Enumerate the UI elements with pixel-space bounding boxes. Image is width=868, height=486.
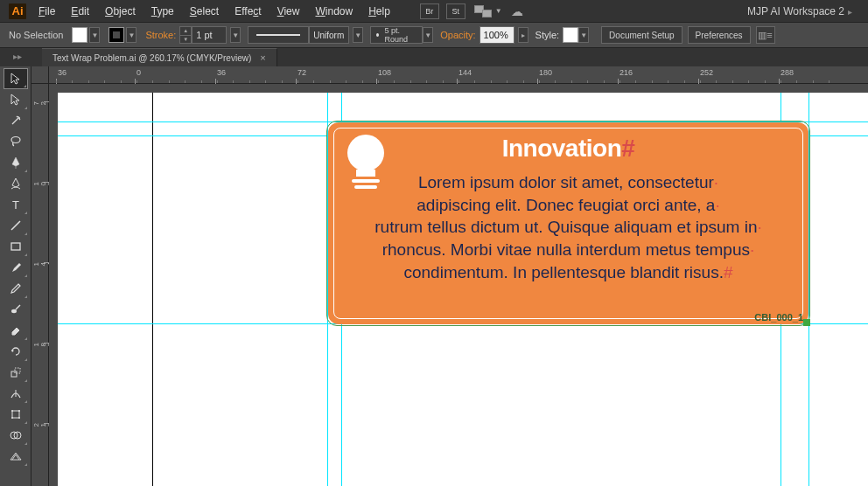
svg-point-4 <box>11 309 17 313</box>
document-tab[interactable]: Text Wrap Problem.ai @ 260.17% (CMYK/Pre… <box>42 48 277 66</box>
arrange-documents-icon[interactable] <box>472 3 494 19</box>
selection-tool[interactable] <box>4 68 28 89</box>
sync-icon[interactable]: ☁ <box>509 3 525 19</box>
tools-panel: T <box>0 66 32 486</box>
blob-brush-tool[interactable] <box>4 299 28 320</box>
workspace-switcher[interactable]: MJP AI Workspace 2▸ <box>747 5 859 17</box>
menu-window[interactable]: Window <box>315 5 353 17</box>
menu-file[interactable]: File <box>38 5 55 17</box>
eraser-tool[interactable] <box>4 320 28 341</box>
vertical-ruler[interactable]: 7 2 1 0 8 1 4 4 1 8 0 2 1 6 <box>32 84 49 486</box>
menu-object[interactable]: Object <box>105 5 136 17</box>
width-tool[interactable] <box>4 383 28 404</box>
menu-effect[interactable]: Effect <box>234 5 261 17</box>
card-title: Innovation# <box>328 135 808 163</box>
preferences-button[interactable]: Preferences <box>688 26 751 44</box>
svg-line-2 <box>11 221 20 230</box>
menu-bar: Ai File Edit Object Type Select Effect V… <box>0 0 868 22</box>
opacity-field[interactable]: 100% <box>480 26 514 44</box>
opacity-label[interactable]: Opacity: <box>440 30 475 40</box>
curvature-tool[interactable] <box>4 173 28 194</box>
svg-point-11 <box>11 417 13 419</box>
pencil-tool[interactable] <box>4 278 28 299</box>
rectangle-tool[interactable] <box>4 236 28 257</box>
stroke-color-dropdown[interactable]: ▼ <box>126 27 136 43</box>
text-out-port-icon[interactable] <box>803 319 810 326</box>
free-transform-tool[interactable] <box>4 404 28 425</box>
stroke-weight-dropdown[interactable]: ▼ <box>230 27 241 43</box>
perspective-grid-tool[interactable] <box>4 446 28 467</box>
innovation-card[interactable]: Innovation# Lorem ipsum dolor sit amet, … <box>328 122 808 324</box>
profile-dropdown[interactable]: ▼ <box>353 27 363 43</box>
card-body-text: Lorem ipsum dolor sit amet, consectetur·… <box>341 171 795 310</box>
close-icon[interactable]: × <box>260 52 265 63</box>
lasso-tool[interactable] <box>4 131 28 152</box>
brush-dropdown[interactable]: ▼ <box>423 27 433 43</box>
document-setup-button[interactable]: Document Setup <box>601 26 682 44</box>
pen-tool[interactable] <box>4 152 28 173</box>
document-tab-title: Text Wrap Problem.ai @ 260.17% (CMYK/Pre… <box>52 53 251 63</box>
variable-width-profile[interactable] <box>248 26 309 44</box>
stroke-weight-field[interactable]: 1 pt <box>192 26 227 44</box>
style-label: Style: <box>536 30 560 40</box>
bridge-icon[interactable]: Br <box>420 3 439 19</box>
menu-view[interactable]: View <box>277 5 300 17</box>
stroke-weight-spinner[interactable]: ▲▼ <box>179 26 192 44</box>
menu-select[interactable]: Select <box>190 5 219 17</box>
graphic-style-swatch[interactable] <box>563 27 578 43</box>
direct-selection-tool[interactable] <box>4 89 28 110</box>
control-panel-menu[interactable]: ▥≡ <box>756 26 775 44</box>
stroke-label[interactable]: Stroke: <box>145 30 176 40</box>
svg-rect-5 <box>11 371 17 377</box>
artboard[interactable]: Innovation# Lorem ipsum dolor sit amet, … <box>58 93 868 486</box>
card-object-label: CBI_000_1 <box>754 312 803 323</box>
magic-wand-tool[interactable] <box>4 110 28 131</box>
profile-label: Uniform <box>309 26 349 44</box>
panel-expand-icon[interactable]: ▸▸ <box>4 50 31 62</box>
svg-text:T: T <box>12 198 19 212</box>
svg-rect-6 <box>15 368 20 373</box>
opacity-dropdown[interactable]: ▸ <box>518 27 528 43</box>
stroke-color-swatch[interactable] <box>108 27 124 43</box>
control-bar: No Selection ▼ ▼ Stroke: ▲▼ 1 pt ▼ Unifo… <box>0 22 868 48</box>
brush-definition[interactable]: 5 pt. Round <box>370 26 423 44</box>
rotate-tool[interactable] <box>4 341 28 362</box>
canvas[interactable]: Innovation# Lorem ipsum dolor sit amet, … <box>49 84 868 486</box>
line-segment-tool[interactable] <box>4 215 28 236</box>
type-tool[interactable]: T <box>4 194 28 215</box>
paintbrush-tool[interactable] <box>4 257 28 278</box>
app-logo: Ai <box>9 3 26 19</box>
document-tab-bar: Text Wrap Problem.ai @ 260.17% (CMYK/Pre… <box>0 48 868 66</box>
svg-point-10 <box>18 410 20 412</box>
selection-status: No Selection <box>9 30 63 40</box>
end-of-text-marker: # <box>621 135 634 162</box>
svg-rect-3 <box>11 243 20 250</box>
menu-edit[interactable]: Edit <box>71 5 89 17</box>
menu-type[interactable]: Type <box>151 5 174 17</box>
stock-icon[interactable]: St <box>446 3 466 19</box>
fill-color-swatch[interactable] <box>72 27 88 43</box>
scale-tool[interactable] <box>4 362 28 383</box>
shape-builder-tool[interactable] <box>4 425 28 446</box>
ruler-origin[interactable] <box>32 66 49 84</box>
horizontal-ruler[interactable]: 36 0 36 72 108 144 180 216 252 288 <box>32 66 868 84</box>
graphic-style-dropdown[interactable]: ▼ <box>578 27 589 43</box>
svg-point-12 <box>18 417 20 419</box>
fill-color-dropdown[interactable]: ▼ <box>89 27 100 43</box>
svg-point-9 <box>11 410 13 412</box>
svg-rect-8 <box>12 411 19 418</box>
svg-point-0 <box>11 137 20 143</box>
menu-help[interactable]: Help <box>368 5 390 17</box>
